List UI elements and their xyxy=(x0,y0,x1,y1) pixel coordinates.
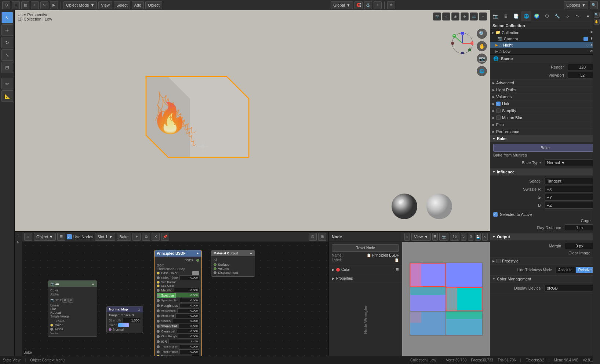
node-frame-icon[interactable]: ⊡ xyxy=(309,233,317,241)
iv-close-icon[interactable]: ✕ xyxy=(482,233,488,241)
node-pin-icon[interactable]: 📌 xyxy=(161,233,169,241)
cursor-tool[interactable]: ↖ xyxy=(1,12,13,23)
prop-icon-particles[interactable]: ·:· xyxy=(562,11,572,21)
node-side-icon2[interactable]: N xyxy=(15,239,22,246)
play-icon[interactable]: ▶ xyxy=(50,1,58,9)
prop-icon-physics[interactable]: 〜 xyxy=(572,11,583,21)
node-copy-icon[interactable]: ⧉ xyxy=(142,233,150,241)
iv-type-icon[interactable]: ○ xyxy=(404,233,410,241)
measure-tool[interactable]: 📐 xyxy=(1,90,13,102)
g-dropdown[interactable]: +Y xyxy=(545,194,594,201)
camera-view-btn[interactable]: 📷 xyxy=(433,12,441,21)
global-dropdown[interactable]: Global ▼ xyxy=(331,1,353,9)
b-dropdown[interactable]: +Z xyxy=(545,202,594,209)
iv-side-icon2[interactable]: ✋ xyxy=(594,19,600,25)
gizmo-btn[interactable]: ⊕ xyxy=(461,12,469,21)
bake-main-btn[interactable]: Bake xyxy=(493,144,597,152)
display-device-dropdown[interactable]: sRGB xyxy=(545,285,594,291)
dot-icon[interactable]: • xyxy=(31,1,39,9)
blender-icon[interactable]: ⬡ xyxy=(2,1,10,9)
proportional-icon[interactable]: ○ xyxy=(374,1,382,9)
select-btn[interactable]: Select xyxy=(114,1,130,9)
view-btn[interactable]: View xyxy=(98,1,112,9)
collection-item-hight[interactable]: ▶ △ Hight ◇ 👁 ⊡ xyxy=(490,42,600,48)
performance-section[interactable]: ▶ Performance xyxy=(490,128,600,135)
prop-icon-modifiers[interactable]: 🔧 xyxy=(552,11,562,21)
prop-icon-output[interactable]: 🖥 xyxy=(501,11,511,21)
collection-item-camera[interactable]: 📷 Camera 👁 ⊡ xyxy=(490,36,600,42)
freestyle-header[interactable]: ▶ Freestyle xyxy=(490,258,600,265)
options-dropdown[interactable]: Options ▼ xyxy=(564,1,588,9)
prop-icon-view-layer[interactable]: 📑 xyxy=(511,11,521,21)
node-type-icon[interactable]: ○ xyxy=(24,233,32,241)
scale-tool[interactable]: ⤡ xyxy=(1,49,13,61)
mode-dropdown[interactable]: Object Mode ▼ xyxy=(63,1,97,9)
prop-icon-object[interactable]: ⬡ xyxy=(542,11,552,21)
output-header[interactable]: ▼ Output xyxy=(490,234,600,240)
iv-res-dropdown[interactable]: 1k xyxy=(450,233,459,241)
move-tool[interactable]: ✛ xyxy=(1,24,13,36)
space-dropdown[interactable]: Tangent xyxy=(545,178,594,184)
hand-btn[interactable]: ✋ xyxy=(477,41,487,51)
swizzle-r-dropdown[interactable]: +X xyxy=(545,186,594,192)
node-side-icon[interactable]: T xyxy=(15,232,22,239)
node-list-icon[interactable]: ☰ xyxy=(57,233,65,241)
prop-icon-world[interactable]: 🌍 xyxy=(531,11,542,21)
collection-item-root[interactable]: ▶ 📁 Collection 👁 ⊡ xyxy=(490,29,600,36)
iv-view-dropdown[interactable]: View ▼ xyxy=(411,233,431,241)
volumes-section[interactable]: ▶ Volumes xyxy=(490,93,600,100)
reset-node-btn[interactable]: Reset Node xyxy=(332,244,399,252)
color-management-header[interactable]: ▼ Color Management xyxy=(490,276,600,283)
iv-list-icon[interactable]: ☰ xyxy=(432,233,438,241)
world-btn[interactable]: 🌐 xyxy=(477,66,487,76)
bake-type-dropdown[interactable]: Normal ▼ xyxy=(545,159,597,166)
overlay-btn[interactable]: ◉ xyxy=(451,12,459,21)
simplify-check[interactable] xyxy=(496,109,501,113)
prop-icon-scene[interactable]: 🌐 xyxy=(521,11,531,21)
hair-check[interactable]: ✓ xyxy=(496,102,501,106)
collection-item-low[interactable]: ▶ △ Low 👁 ⊡ xyxy=(490,48,600,54)
motion-blur-section[interactable]: ▶ Motion Blur xyxy=(490,114,600,121)
bake-section-header[interactable]: ▼ Bake xyxy=(490,135,600,142)
image-texture-node[interactable]: 📷 1x ▲ Color Alpha 📷 1x xyxy=(48,280,97,337)
node-layout-icon[interactable]: ⊞ xyxy=(318,233,326,241)
img-x[interactable]: ✕ xyxy=(68,298,73,303)
node-object-dropdown[interactable]: Object ▼ xyxy=(34,233,56,241)
magnet-icon[interactable]: 🧲 xyxy=(354,1,363,9)
iv-save-icon[interactable]: 💾 xyxy=(475,233,480,241)
snapping-btn[interactable]: ⚓ xyxy=(470,12,478,21)
viewport-shade-btn[interactable]: ○ xyxy=(442,12,450,21)
bake-btn-header[interactable]: Bake xyxy=(117,233,131,241)
node-close-icon[interactable]: ✕ xyxy=(152,233,160,241)
snap-icon[interactable]: ⚓ xyxy=(364,1,372,9)
iv-num-icon[interactable]: 2 xyxy=(461,233,466,241)
search-icon[interactable]: 🔍 xyxy=(590,1,598,9)
3d-viewport[interactable]: User Perspective (1) Collection | Low X … xyxy=(15,10,490,231)
prop-icon-render[interactable]: 📷 xyxy=(490,11,501,21)
principled-bsdf-node[interactable]: Principled BSDF ▲ BSDF GGX Christensen- xyxy=(154,250,202,356)
grease-icon[interactable]: ✏ xyxy=(387,1,395,9)
advanced-section[interactable]: ▶ Advanced xyxy=(490,80,600,87)
rotate-tool[interactable]: ↻ xyxy=(1,37,13,48)
light-paths-section[interactable]: ▶ Light Paths ☰ xyxy=(490,87,600,93)
margin-value[interactable]: 0 px xyxy=(565,243,594,249)
iv-copy-icon[interactable]: ⧉ xyxy=(468,233,473,241)
prop-edit-btn[interactable]: ○ xyxy=(479,12,487,21)
motion-blur-check[interactable] xyxy=(496,115,501,120)
relative-btn[interactable]: Relative xyxy=(576,267,594,273)
cube-object[interactable]: 🔥 xyxy=(139,55,271,187)
iv-side-icon1[interactable]: 🔍 xyxy=(594,12,600,18)
film-section[interactable]: ▶ Film xyxy=(490,121,600,128)
annotate-tool[interactable]: ✏ xyxy=(1,78,13,89)
absolute-btn[interactable]: Absolute xyxy=(556,267,575,273)
zoom-in-btn[interactable]: 🔍 xyxy=(477,29,487,39)
hair-section[interactable]: ▶ ✓ Hair xyxy=(490,100,600,107)
selected-to-active-check[interactable]: ✓ xyxy=(493,212,498,217)
viewport-gizmo[interactable]: X Y Z xyxy=(451,32,473,54)
slot-dropdown[interactable]: Slot 1 ▼ xyxy=(95,233,115,241)
normal-map-node[interactable]: Normal Map▲ Tangent Space ▼ Strength 1.0… xyxy=(106,306,143,333)
iv-zoom-icon[interactable]: 📷 xyxy=(439,233,448,241)
transform-tool[interactable]: ⊞ xyxy=(1,62,13,73)
add-btn[interactable]: Add xyxy=(132,1,144,9)
node-canvas[interactable]: 📷 1x ▲ Color Alpha 📷 1x xyxy=(22,242,328,356)
